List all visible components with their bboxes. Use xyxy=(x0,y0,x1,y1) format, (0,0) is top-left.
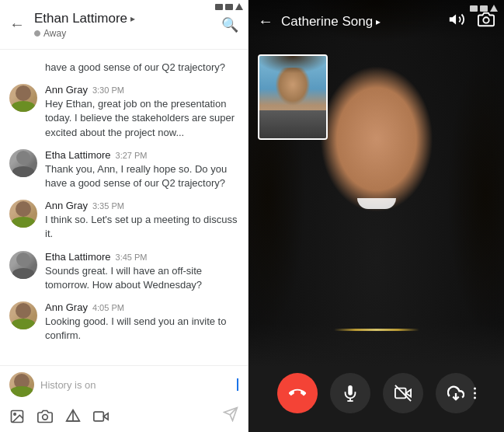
contact-info: Ethan Lattimore ▸ Away xyxy=(34,11,221,39)
svg-point-1 xyxy=(14,413,16,415)
contact-name-row: Ethan Lattimore ▸ xyxy=(34,11,221,26)
message-text: Thank you, Ann, I really hope so. Do you… xyxy=(45,162,238,190)
svg-marker-7 xyxy=(450,15,456,25)
end-call-button[interactable] xyxy=(277,373,318,413)
svg-marker-3 xyxy=(103,413,108,419)
message-text: Sounds great. I will have an off-site to… xyxy=(45,264,238,292)
speaker-button[interactable] xyxy=(448,11,465,32)
image-attach-button[interactable] xyxy=(9,409,25,424)
download-button[interactable] xyxy=(436,373,476,413)
callee-name-chevron-icon[interactable]: ▸ xyxy=(376,16,381,27)
table-row: Etha Lattimore 3:45 PM Sounds great. I w… xyxy=(0,246,248,297)
call-controls xyxy=(249,373,504,413)
video-call-panel: ← Catherine Song ▸ xyxy=(249,0,504,432)
message-time: 3:35 PM xyxy=(92,201,124,211)
video-call-header: ← Catherine Song ▸ xyxy=(249,0,504,40)
name-chevron-icon[interactable]: ▸ xyxy=(130,13,135,24)
svg-rect-4 xyxy=(94,412,103,421)
table-row: Ann Gray 3:35 PM I think so. Let's set u… xyxy=(0,195,248,246)
status-wifi-icon xyxy=(470,5,478,12)
video-off-button[interactable] xyxy=(383,373,423,413)
video-back-button[interactable]: ← xyxy=(258,12,273,30)
avatar xyxy=(9,251,37,279)
message-content: Etha Lattimore 3:45 PM Sounds great. I w… xyxy=(45,251,238,292)
callee-name: Catherine Song xyxy=(281,14,373,30)
message-meta: Ann Gray 4:05 PM xyxy=(45,301,238,313)
message-content: Ann Gray 4:05 PM Looking good. I will se… xyxy=(45,301,238,343)
avatar xyxy=(9,200,37,228)
table-row: Ann Gray 3:30 PM Hey Ethan, great job on… xyxy=(0,79,248,145)
self-view-thumbnail xyxy=(258,54,328,140)
callee-name-row: Catherine Song ▸ xyxy=(281,14,448,30)
svg-marker-11 xyxy=(405,389,410,396)
message-text: Looking good. I will send you an invite … xyxy=(45,315,238,343)
video-call-icons xyxy=(448,11,495,32)
status-label: Away xyxy=(43,28,66,39)
search-button[interactable]: 🔍 xyxy=(221,16,238,33)
message-time: 3:45 PM xyxy=(116,253,148,262)
svg-point-8 xyxy=(483,17,488,23)
message-meta: Ann Gray 3:30 PM xyxy=(45,84,238,96)
chat-panel: ← Ethan Lattimore ▸ Away 🔍 have a good s… xyxy=(0,0,249,432)
contact-status: Away xyxy=(34,28,221,39)
send-button[interactable] xyxy=(223,406,238,426)
avatar xyxy=(9,301,37,329)
message-meta: Etha Lattimore 3:45 PM xyxy=(45,251,238,263)
history-label[interactable]: History is on xyxy=(40,379,231,391)
avatar xyxy=(9,149,37,177)
status-bar-right xyxy=(470,5,498,12)
message-time: 3:27 PM xyxy=(116,151,148,160)
input-area: History is on xyxy=(0,365,248,432)
camera-button[interactable] xyxy=(37,409,53,424)
message-time: 4:05 PM xyxy=(92,303,124,312)
input-row: History is on xyxy=(9,372,238,397)
message-meta: Ann Gray 3:35 PM xyxy=(45,200,238,211)
video-call-button[interactable] xyxy=(93,409,109,424)
message-content: Etha Lattimore 3:27 PM Thank you, Ann, I… xyxy=(45,149,238,190)
messages-list: have a good sense of our Q2 trajectory? … xyxy=(0,50,248,365)
message-content: Ann Gray 3:30 PM Hey Ethan, great job on… xyxy=(45,84,238,140)
message-sender: Ann Gray xyxy=(45,301,88,313)
text-cursor xyxy=(237,378,238,391)
status-icon-battery xyxy=(235,3,243,10)
status-dot-icon xyxy=(34,30,40,37)
svg-point-2 xyxy=(43,414,48,420)
message-sender: Ann Gray xyxy=(45,84,88,96)
table-row: Ann Gray 4:05 PM Looking good. I will se… xyxy=(0,297,248,347)
message-text: I think so. Let's set up a meeting to di… xyxy=(45,213,238,241)
table-row: Etha Lattimore 3:27 PM Thank you, Ann, I… xyxy=(0,145,248,195)
status-battery-icon xyxy=(490,5,498,12)
toolbar xyxy=(9,403,238,426)
truncated-message: have a good sense of our Q2 trajectory? xyxy=(0,56,248,79)
message-sender: Etha Lattimore xyxy=(45,149,111,161)
drive-button[interactable] xyxy=(65,409,81,424)
contact-name: Ethan Lattimore xyxy=(34,11,127,26)
message-meta: Etha Lattimore 3:27 PM xyxy=(45,149,238,161)
status-signal-icon xyxy=(480,5,488,12)
message-content: Ann Gray 3:35 PM I think so. Let's set u… xyxy=(45,200,238,241)
mute-button[interactable] xyxy=(330,373,370,413)
avatar xyxy=(9,372,34,397)
avatar xyxy=(9,84,37,112)
message-text: Hey Ethan, great job on the presentation… xyxy=(45,97,238,140)
status-icon-signal xyxy=(215,4,223,10)
message-sender: Ann Gray xyxy=(45,200,88,211)
chat-header: ← Ethan Lattimore ▸ Away 🔍 xyxy=(0,0,248,50)
flip-camera-button[interactable] xyxy=(478,11,495,32)
status-icon-wifi xyxy=(225,4,233,10)
message-time: 3:30 PM xyxy=(92,85,124,95)
message-sender: Etha Lattimore xyxy=(45,251,111,263)
back-button[interactable]: ← xyxy=(9,16,25,33)
